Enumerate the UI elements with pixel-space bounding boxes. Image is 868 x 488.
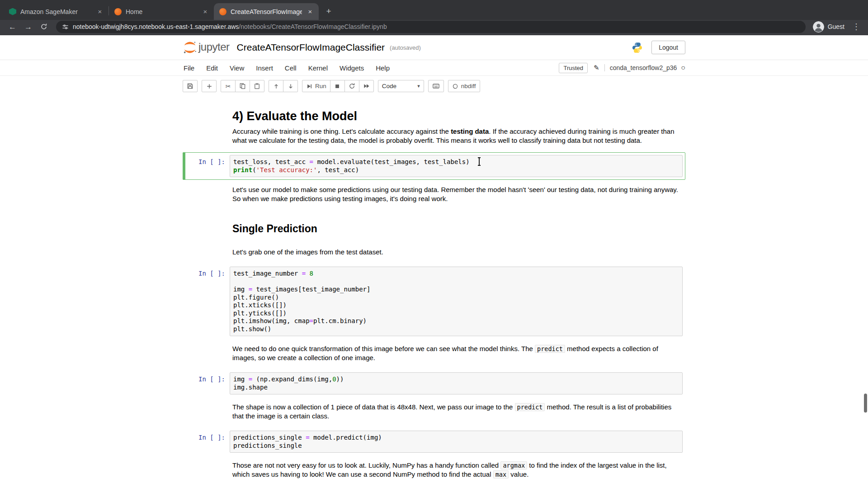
- cell-prompt: [185, 342, 230, 367]
- code-input-area[interactable]: test_image_number = 8 img = test_images[…: [230, 267, 683, 336]
- avatar: [813, 21, 824, 33]
- nbdiff-label: nbdiff: [461, 83, 476, 89]
- kernel-idle-icon: ○: [681, 64, 685, 71]
- plus-icon: +: [326, 6, 331, 16]
- notebook-toolbar: ✂ Run: [0, 76, 868, 97]
- code-cell[interactable]: In [ ]:test_image_number = 8 img = test_…: [183, 264, 685, 339]
- markdown-paragraph: Let's grab one of the images from the te…: [232, 248, 680, 257]
- python-logo-icon: [631, 42, 643, 54]
- code-line: [233, 278, 679, 286]
- menu-insert[interactable]: Insert: [250, 64, 279, 72]
- jupyter-wordmark: jupyter: [198, 41, 230, 53]
- forward-icon[interactable]: →: [21, 23, 35, 31]
- code-input-area[interactable]: test_loss, test_acc = model.evaluate(tes…: [230, 155, 683, 177]
- address-bar[interactable]: notebook-udtwigjh8cys.notebook.us-east-1…: [56, 21, 806, 33]
- chevron-down-icon: ▾: [417, 83, 420, 89]
- markdown-rendered: The shape is now a collection of 1 piece…: [230, 400, 683, 425]
- code-cell[interactable]: In [ ]:img = (np.expand_dims(img,0))img.…: [183, 370, 685, 397]
- restart-run-all-button[interactable]: [359, 80, 374, 92]
- menu-widgets[interactable]: Widgets: [334, 64, 370, 72]
- restart-kernel-button[interactable]: [344, 80, 359, 92]
- cell-prompt: In [ ]:: [185, 267, 230, 336]
- markdown-rendered: Those are not not very easy for us to lo…: [230, 458, 683, 483]
- notebook-title[interactable]: CreateATensorFlowImageClassifier: [237, 42, 385, 53]
- notebook-scroll-area[interactable]: 4) Evaluate the ModelAccuracy while trai…: [0, 97, 868, 488]
- menu-cell[interactable]: Cell: [279, 64, 302, 72]
- url-host: notebook-udtwigjh8cys.notebook.us-east-1…: [73, 23, 239, 30]
- menu-edit[interactable]: Edit: [200, 64, 224, 72]
- cell-prompt: [185, 183, 230, 208]
- logout-button[interactable]: Logout: [651, 41, 685, 54]
- markdown-cell[interactable]: Let's grab one of the images from the te…: [183, 242, 685, 264]
- move-cell-down-button[interactable]: [283, 80, 298, 92]
- menu-file[interactable]: File: [183, 64, 200, 72]
- markdown-cell[interactable]: Those are not not very easy for us to lo…: [183, 455, 685, 486]
- tab-label: Amazon SageMaker: [20, 8, 92, 15]
- close-tab-icon[interactable]: ×: [306, 8, 314, 16]
- new-tab-button[interactable]: +: [322, 5, 335, 18]
- cell-type-select[interactable]: Code ▾: [378, 80, 424, 92]
- cell-prompt: [185, 213, 230, 239]
- browser-menu-icon[interactable]: ⋮: [848, 23, 863, 31]
- code-input-area[interactable]: img = (np.expand_dims(img,0))img.shape: [230, 372, 683, 394]
- code-line: plt.yticks([]): [233, 310, 679, 318]
- code-line: plt.show(): [233, 325, 679, 333]
- run-label: Run: [315, 83, 326, 89]
- code-input-area[interactable]: predictions_single = model.predict(img)p…: [230, 431, 683, 453]
- code-cell[interactable]: In [ ]:predictions_single = model.predic…: [183, 428, 685, 455]
- copy-cell-button[interactable]: [235, 80, 250, 92]
- cut-cell-button[interactable]: ✂: [221, 80, 236, 92]
- tab-home[interactable]: Home ×: [109, 3, 214, 20]
- add-cell-button[interactable]: [202, 80, 217, 92]
- sagemaker-favicon-icon: [9, 8, 16, 15]
- markdown-cell[interactable]: Single Prediction: [183, 211, 685, 242]
- profile-chip[interactable]: Guest: [811, 21, 846, 33]
- reload-icon[interactable]: [37, 23, 51, 30]
- cell-prompt: [185, 458, 230, 483]
- cell-prompt: [185, 400, 230, 425]
- code-line: test_loss, test_acc = model.evaluate(tes…: [233, 158, 679, 166]
- scissors-icon: ✂: [226, 83, 231, 89]
- command-palette-button[interactable]: [428, 80, 444, 92]
- profile-name: Guest: [828, 23, 844, 30]
- move-cell-up-button[interactable]: [269, 80, 283, 92]
- code-cell[interactable]: In [ ]:prediction_result = np.argmax(pre…: [183, 486, 685, 488]
- menu-kernel[interactable]: Kernel: [302, 64, 334, 72]
- browser-toolbar: ← → notebook-udtwigjh8cys.notebook.us-ea…: [0, 20, 868, 35]
- markdown-rendered: Let's grab one of the images from the te…: [230, 245, 683, 261]
- interrupt-kernel-button[interactable]: [330, 80, 345, 92]
- close-tab-icon[interactable]: ×: [96, 8, 104, 16]
- markdown-rendered: Let's use our model to make some predict…: [230, 183, 683, 208]
- cell-prompt: [185, 107, 230, 150]
- nbdiff-button[interactable]: nbdiff: [448, 80, 480, 92]
- jupyter-logo-icon: [183, 41, 197, 54]
- site-settings-icon[interactable]: [62, 23, 69, 30]
- close-tab-icon[interactable]: ×: [201, 8, 209, 16]
- kernel-name[interactable]: conda_tensorflow2_p36: [610, 64, 677, 71]
- markdown-cell[interactable]: 4) Evaluate the ModelAccuracy while trai…: [183, 104, 685, 152]
- tab-notebook-active[interactable]: CreateATensorFlowImageClass ×: [214, 3, 319, 20]
- menu-view[interactable]: View: [224, 64, 250, 72]
- back-icon[interactable]: ←: [5, 23, 19, 31]
- nbdiff-icon: [452, 83, 458, 89]
- tab-label: Home: [126, 8, 197, 15]
- tab-label: CreateATensorFlowImageClass: [231, 8, 302, 15]
- cell-prompt: In [ ]:: [185, 431, 230, 453]
- cell-prompt: [185, 245, 230, 261]
- notebook-cells: 4) Evaluate the ModelAccuracy while trai…: [183, 104, 685, 488]
- run-cell-button[interactable]: Run: [302, 80, 330, 92]
- markdown-heading: Single Prediction: [232, 224, 680, 233]
- edit-mode-icon: ✎: [594, 64, 599, 72]
- menu-help[interactable]: Help: [370, 64, 396, 72]
- browser-tab-strip: Amazon SageMaker × Home × CreateATensorF…: [0, 0, 868, 20]
- markdown-cell[interactable]: We need to do one quick transformation o…: [183, 339, 685, 370]
- markdown-paragraph: Those are not not very easy for us to lo…: [232, 461, 680, 479]
- markdown-cell[interactable]: Let's use our model to make some predict…: [183, 180, 685, 211]
- markdown-cell[interactable]: The shape is now a collection of 1 piece…: [183, 397, 685, 428]
- code-cell[interactable]: In [ ]:test_loss, test_acc = model.evalu…: [183, 152, 685, 180]
- jupyter-logo[interactable]: jupyter: [183, 41, 230, 54]
- paste-cell-button[interactable]: [250, 80, 264, 92]
- save-button[interactable]: [183, 80, 198, 92]
- tab-amazon-sagemaker[interactable]: Amazon SageMaker ×: [4, 3, 108, 20]
- scrollbar-thumb[interactable]: [864, 394, 867, 413]
